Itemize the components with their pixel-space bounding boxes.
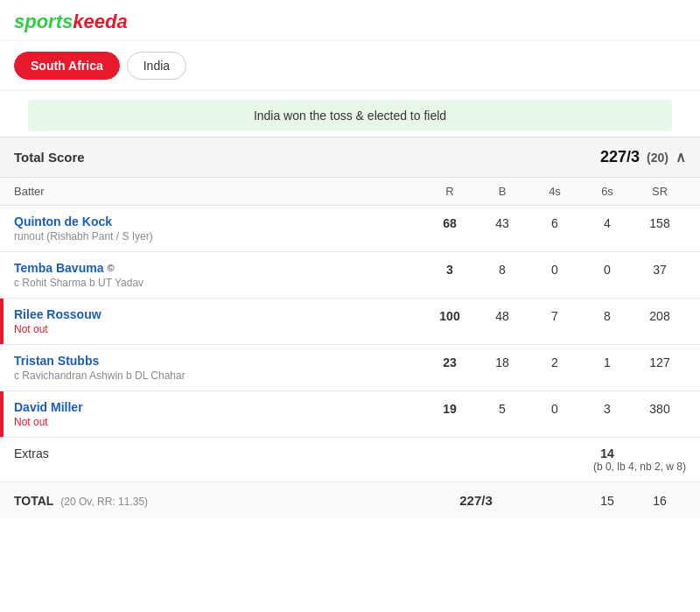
col-r: R — [424, 185, 476, 198]
batter-runs: 68 — [424, 215, 476, 230]
batter-balls: 48 — [476, 307, 528, 323]
batter-sixes: 4 — [581, 215, 634, 230]
batter-row: David Miller Not out 19 5 0 3 380 — [0, 391, 700, 438]
col-b: B — [476, 185, 528, 198]
batter-rows: Quinton de Kock runout (Rishabh Pant / S… — [0, 206, 700, 438]
batter-runs: 3 — [424, 261, 476, 277]
batter-balls: 5 — [476, 400, 528, 416]
toss-banner: India won the toss & elected to field — [28, 100, 672, 131]
total-score-value: 227/3 (20) ∧ — [600, 148, 686, 166]
score-runs: 227/3 — [600, 148, 640, 166]
total-label: TOTAL (20 Ov, RR: 11.35) — [14, 494, 424, 508]
batter-fours: 0 — [528, 400, 581, 416]
col-batter: Batter — [14, 185, 424, 198]
total-row: TOTAL (20 Ov, RR: 11.35) 227/3 15 16 — [0, 482, 700, 518]
batter-row: Tristan Stubbs c Ravichandran Ashwin b D… — [0, 345, 700, 391]
total-score-label: Total Score — [14, 150, 85, 165]
batter-runs: 19 — [424, 400, 476, 416]
batter-name[interactable]: Quinton de Kock — [14, 215, 424, 229]
not-out-label: Not out — [14, 323, 424, 335]
score-overs: (20) — [647, 151, 668, 165]
header: sportskeeda — [0, 0, 700, 41]
collapse-chevron[interactable]: ∧ — [676, 149, 686, 165]
batter-dismissal: runout (Rishabh Pant / S Iyer) — [14, 230, 424, 243]
extras-row: Extras 14 (b 0, lb 4, nb 2, w 8) — [0, 438, 700, 482]
tab-india[interactable]: India — [127, 52, 186, 80]
batter-row: Temba Bavuma © c Rohit Sharma b UT Yadav… — [0, 252, 700, 299]
batter-row: Quinton de Kock runout (Rishabh Pant / S… — [0, 206, 700, 252]
batter-dismissal: c Ravichandran Ashwin b DL Chahar — [14, 369, 424, 382]
not-out-label: Not out — [14, 416, 424, 428]
batter-name[interactable]: Rilee Rossouw — [14, 307, 424, 321]
batter-sr: 208 — [634, 307, 686, 323]
batter-info: Temba Bavuma © c Rohit Sharma b UT Yadav — [14, 261, 424, 289]
extras-breakdown: (b 0, lb 4, nb 2, w 8) — [581, 461, 686, 473]
batter-fours: 6 — [528, 215, 581, 230]
batter-name[interactable]: Temba Bavuma © — [14, 261, 424, 275]
batter-sr: 380 — [634, 400, 686, 416]
batter-sr: 127 — [634, 354, 686, 369]
total-fours: 15 — [581, 494, 634, 508]
batter-name[interactable]: Tristan Stubbs — [14, 354, 424, 368]
batter-info: David Miller Not out — [14, 400, 424, 428]
col-sixes: 6s — [581, 185, 634, 198]
total-sixes: 16 — [634, 494, 686, 508]
extras-label: Extras — [14, 447, 424, 461]
batter-sr: 37 — [634, 261, 686, 277]
extras-value: 14 — [581, 447, 634, 461]
batter-info: Quinton de Kock runout (Rishabh Pant / S… — [14, 215, 424, 243]
batter-sixes: 1 — [581, 354, 634, 369]
batter-runs: 23 — [424, 354, 476, 369]
batter-sixes: 3 — [581, 400, 634, 416]
batter-runs: 100 — [424, 307, 476, 323]
batter-fours: 7 — [528, 307, 581, 323]
batter-balls: 18 — [476, 354, 528, 369]
batter-name[interactable]: David Miller — [14, 400, 424, 414]
team-tabs: South Africa India — [0, 41, 700, 91]
captain-icon: © — [107, 263, 114, 273]
col-fours: 4s — [528, 185, 581, 198]
col-sr: SR — [634, 185, 686, 198]
logo-red-part: keeda — [73, 11, 127, 32]
batter-balls: 43 — [476, 215, 528, 230]
scorecard: Total Score 227/3 (20) ∧ Batter R B 4s 6… — [0, 137, 700, 518]
batter-fours: 2 — [528, 354, 581, 369]
tab-south-africa[interactable]: South Africa — [14, 52, 120, 80]
batter-info: Tristan Stubbs c Ravichandran Ashwin b D… — [14, 354, 424, 382]
logo-green-part: sports — [14, 11, 73, 32]
batter-sixes: 0 — [581, 261, 634, 277]
column-headers: Batter R B 4s 6s SR — [0, 178, 700, 206]
total-runs: 227/3 — [424, 493, 528, 508]
batter-row: Rilee Rossouw Not out 100 48 7 8 208 — [0, 299, 700, 345]
batter-sixes: 8 — [581, 307, 634, 323]
batter-dismissal: c Rohit Sharma b UT Yadav — [14, 277, 424, 289]
batter-balls: 8 — [476, 261, 528, 277]
logo: sportskeeda — [14, 11, 128, 32]
score-header: Total Score 227/3 (20) ∧ — [0, 137, 700, 178]
batter-info: Rilee Rossouw Not out — [14, 307, 424, 335]
batter-fours: 0 — [528, 261, 581, 277]
batter-sr: 158 — [634, 215, 686, 230]
